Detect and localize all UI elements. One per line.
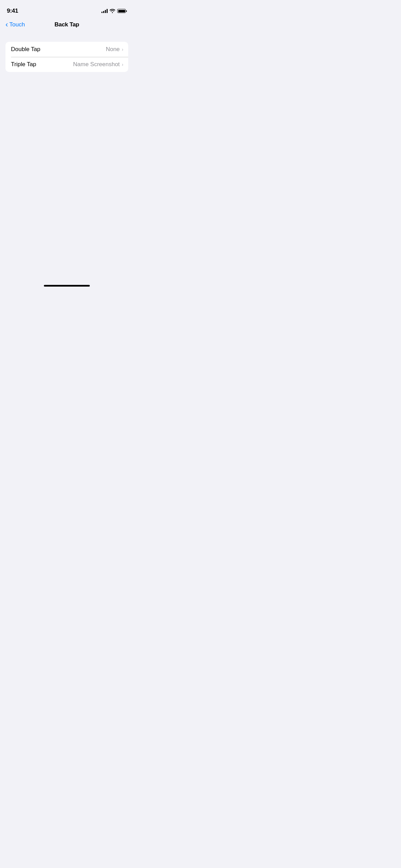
back-chevron-icon: ‹: [5, 21, 8, 28]
battery-icon: [117, 9, 127, 13]
home-indicator: [44, 285, 90, 287]
triple-tap-row[interactable]: Triple Tap Name Screenshot ›: [5, 57, 128, 72]
status-bar: 9:41: [0, 0, 134, 17]
settings-group: Double Tap None › Triple Tap Name Screen…: [5, 42, 128, 72]
double-tap-chevron-icon: ›: [122, 47, 123, 52]
triple-tap-label: Triple Tap: [11, 61, 36, 68]
page-title: Back Tap: [54, 21, 79, 28]
wifi-icon: [110, 9, 115, 13]
triple-tap-value: Name Screenshot: [73, 61, 120, 68]
double-tap-label: Double Tap: [11, 46, 40, 53]
status-time: 9:41: [7, 8, 18, 14]
content-area: Double Tap None › Triple Tap Name Screen…: [0, 32, 134, 72]
status-icons: [101, 9, 127, 13]
double-tap-row[interactable]: Double Tap None ›: [5, 42, 128, 57]
double-tap-right: None ›: [106, 46, 123, 53]
triple-tap-chevron-icon: ›: [122, 62, 123, 67]
nav-bar: ‹ Touch Back Tap: [0, 17, 134, 32]
double-tap-value: None: [106, 46, 120, 53]
signal-icon: [101, 9, 108, 13]
triple-tap-right: Name Screenshot ›: [73, 61, 123, 68]
back-label: Touch: [9, 21, 25, 28]
back-button[interactable]: ‹ Touch: [5, 21, 25, 28]
